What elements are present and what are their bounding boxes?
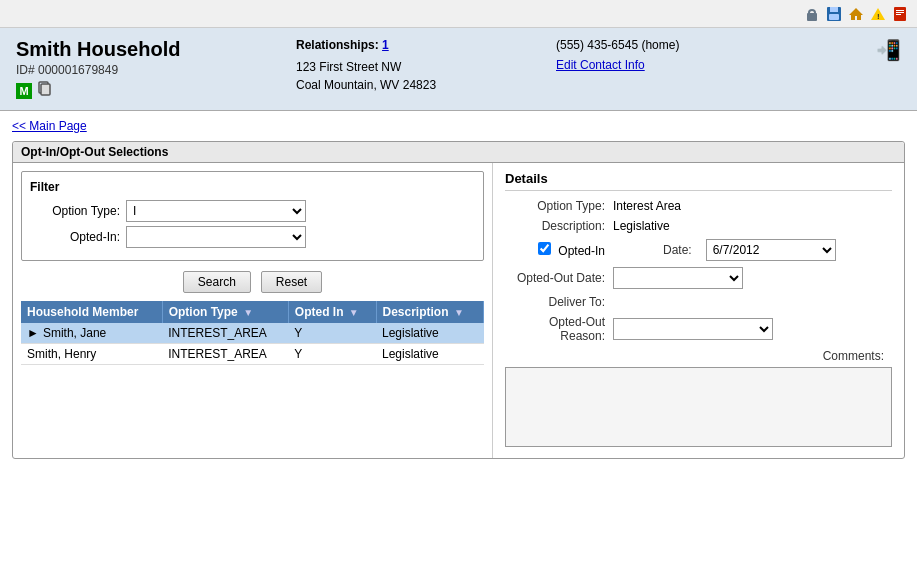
details-description-label: Description: — [505, 219, 605, 233]
reset-button[interactable]: Reset — [261, 271, 322, 293]
date-label: Date: — [663, 243, 692, 257]
data-table: Household Member Option Type ▼ Opted In … — [21, 301, 484, 365]
svg-rect-10 — [896, 12, 904, 13]
lock-icon[interactable] — [803, 5, 821, 23]
row-arrow: ► — [27, 326, 39, 340]
home-icon[interactable] — [847, 5, 865, 23]
svg-rect-4 — [829, 14, 839, 20]
address-line2: Coal Mountain, WV 24823 — [296, 76, 556, 94]
opted-out-date-row: Opted-Out Date: — [505, 267, 892, 289]
row-opted-in-cell: Y — [288, 344, 376, 365]
details-option-type-row: Option Type: Interest Area — [505, 199, 892, 213]
row-member-cell: ►Smith, Jane — [21, 323, 162, 344]
alert-icon[interactable]: ! — [869, 5, 887, 23]
deliver-to-row: Deliver To: — [505, 295, 892, 309]
header-icons: M — [16, 81, 296, 100]
left-side: Filter Option Type: I Opted-In: — [13, 163, 493, 458]
svg-rect-11 — [896, 14, 901, 15]
panel-title: Opt-In/Opt-Out Selections — [13, 142, 904, 163]
row-option-type-cell: INTEREST_AREA — [162, 323, 288, 344]
relationships-label: Relationships: 1 — [296, 38, 556, 52]
svg-text:!: ! — [877, 12, 880, 21]
opted-out-reason-select[interactable] — [613, 318, 773, 340]
row-description-cell: Legislative — [376, 344, 483, 365]
opt-in-out-panel: Opt-In/Opt-Out Selections Filter Option … — [12, 141, 905, 459]
opted-in-filter-label: Opted-In: — [30, 230, 120, 244]
phone-number: (555) 435-6545 (home) — [556, 38, 679, 52]
address-line1: 123 First Street NW — [296, 58, 556, 76]
description-col: Description ▼ — [376, 301, 483, 323]
search-button[interactable]: Search — [183, 271, 251, 293]
row-member-cell: Smith, Henry — [21, 344, 162, 365]
opted-out-reason-row: Opted-Out Reason: — [505, 315, 892, 343]
svg-rect-9 — [896, 10, 904, 11]
opted-out-reason-label: Opted-Out Reason: — [505, 315, 605, 343]
details-description-row: Description: Legislative — [505, 219, 892, 233]
svg-rect-13 — [41, 84, 50, 95]
option-type-row: Option Type: I — [30, 200, 475, 222]
row-description-cell: Legislative — [376, 323, 483, 344]
opted-in-detail-label: Opted-In — [558, 244, 605, 258]
main-page-link[interactable]: << Main Page — [12, 119, 87, 133]
opted-in-filter-icon[interactable]: ▼ — [349, 307, 359, 318]
button-row: Search Reset — [21, 271, 484, 293]
edit-contact-link[interactable]: Edit Contact Info — [556, 58, 645, 72]
toolbar: ! — [0, 0, 917, 28]
option-type-label: Option Type: — [30, 204, 120, 218]
report-icon[interactable] — [891, 5, 909, 23]
breadcrumb: << Main Page — [12, 119, 905, 133]
header-left: Smith Household ID# 000001679849 M — [16, 38, 296, 100]
opted-in-select[interactable] — [126, 226, 306, 248]
details-title: Details — [505, 171, 892, 191]
save-icon[interactable] — [825, 5, 843, 23]
row-option-type-cell: INTEREST_AREA — [162, 344, 288, 365]
comments-textarea[interactable] — [505, 367, 892, 447]
svg-marker-5 — [849, 8, 863, 20]
details-option-type-value: Interest Area — [613, 199, 681, 213]
household-member-col: Household Member — [21, 301, 162, 323]
main-content: << Main Page Opt-In/Opt-Out Selections F… — [0, 111, 917, 467]
relationships-link[interactable]: 1 — [382, 38, 389, 52]
table-header-row: Household Member Option Type ▼ Opted In … — [21, 301, 484, 323]
opted-out-date-label: Opted-Out Date: — [505, 271, 605, 285]
fax-icon: 📲 — [876, 38, 901, 62]
description-filter-icon[interactable]: ▼ — [454, 307, 464, 318]
copy-icon[interactable] — [36, 81, 52, 100]
opted-out-date-select[interactable] — [613, 267, 743, 289]
table-row[interactable]: Smith, HenryINTEREST_AREAYLegislative — [21, 344, 484, 365]
household-id: ID# 000001679849 — [16, 63, 296, 77]
opted-in-checkbox[interactable] — [538, 242, 551, 255]
header: Smith Household ID# 000001679849 M Relat… — [0, 28, 917, 111]
filter-title: Filter — [30, 180, 475, 194]
header-center: Relationships: 1 123 First Street NW Coa… — [296, 38, 556, 94]
header-right: (555) 435-6545 (home) Edit Contact Info … — [556, 38, 901, 72]
details-option-type-label: Option Type: — [505, 199, 605, 213]
deliver-to-label: Deliver To: — [505, 295, 605, 309]
edit-contact-link-container: Edit Contact Info — [556, 58, 679, 72]
household-name: Smith Household — [16, 38, 296, 61]
opted-in-col: Opted In ▼ — [288, 301, 376, 323]
opted-in-row: Opted-In: — [30, 226, 475, 248]
right-side: Details Option Type: Interest Area Descr… — [493, 163, 904, 458]
panel-body: Filter Option Type: I Opted-In: — [13, 163, 904, 458]
option-type-filter-icon[interactable]: ▼ — [243, 307, 253, 318]
filter-box: Filter Option Type: I Opted-In: — [21, 171, 484, 261]
option-type-col: Option Type ▼ — [162, 301, 288, 323]
header-address: 123 First Street NW Coal Mountain, WV 24… — [296, 58, 556, 94]
comments-label: Comments: — [505, 349, 884, 363]
table-row[interactable]: ►Smith, JaneINTEREST_AREAYLegislative — [21, 323, 484, 344]
row-opted-in-cell: Y — [288, 323, 376, 344]
member-badge: M — [16, 83, 32, 99]
comments-section: Comments: — [505, 349, 892, 450]
svg-rect-3 — [830, 7, 838, 12]
details-description-value: Legislative — [613, 219, 670, 233]
svg-rect-1 — [809, 10, 815, 15]
date-select[interactable]: 6/7/2012 — [706, 239, 836, 261]
option-type-select[interactable]: I — [126, 200, 306, 222]
